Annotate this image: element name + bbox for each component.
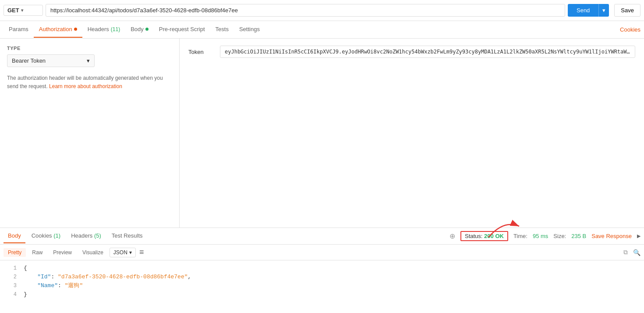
- code-area: 1 { 2 "Id": "d7a3a6ef-3520-4628-edfb-08d…: [0, 260, 644, 313]
- tab-params[interactable]: Params: [4, 21, 34, 38]
- format-bar: Pretty Raw Preview Visualize JSON ▾ ≡ ⧉ …: [0, 245, 644, 260]
- type-chevron-icon: ▾: [87, 57, 90, 64]
- code-line-3: 3 "Name": "遛狗": [0, 281, 644, 290]
- wrap-icon[interactable]: ≡: [139, 248, 144, 257]
- token-row: Token: [188, 46, 635, 58]
- size-label: Size:: [553, 233, 566, 239]
- response-section: Body Cookies (1) Headers (5) Test Result…: [0, 228, 644, 313]
- code-line-1: 1 {: [0, 264, 644, 273]
- resp-tab-body[interactable]: Body: [4, 229, 25, 243]
- send-button[interactable]: Send: [568, 4, 598, 17]
- send-dropdown-button[interactable]: ▾: [598, 4, 609, 17]
- status-area: ⊕ Status: 200 OK Time: 95 ms Size: 235 B…: [449, 231, 640, 241]
- url-bar: GET ▾ Send ▾ Save: [0, 0, 644, 21]
- cookies-link[interactable]: Cookies: [620, 26, 640, 33]
- token-label: Token: [188, 49, 215, 55]
- send-btn-group: Send ▾: [568, 4, 609, 17]
- save-button[interactable]: Save: [614, 4, 640, 17]
- request-tab-bar: Params Authorization Headers (11) Body P…: [0, 21, 644, 39]
- arrow-icon: ▶: [637, 233, 640, 239]
- tab-tests[interactable]: Tests: [210, 21, 234, 38]
- format-chevron-icon: ▾: [129, 249, 132, 256]
- type-label: TYPE: [7, 46, 172, 51]
- tab-body[interactable]: Body: [125, 21, 154, 38]
- format-select[interactable]: JSON ▾: [110, 248, 136, 257]
- main-content: TYPE Bearer Token ▾ The authorization he…: [0, 39, 644, 228]
- method-chevron-icon: ▾: [21, 8, 23, 13]
- auth-note: The authorization header will be automat…: [7, 74, 172, 91]
- tab-pre-request-script[interactable]: Pre-request Script: [154, 21, 210, 38]
- code-line-2: 2 "Id": "d7a3a6ef-3520-4628-edfb-08d86bf…: [0, 273, 644, 281]
- response-tab-bar: Body Cookies (1) Headers (5) Test Result…: [0, 228, 644, 245]
- save-response-link[interactable]: Save Response: [591, 233, 632, 239]
- type-value: Bearer Token: [12, 57, 46, 64]
- resp-tab-headers[interactable]: Headers (5): [67, 229, 106, 243]
- raw-button[interactable]: Raw: [28, 248, 47, 257]
- type-select[interactable]: Bearer Token ▾: [7, 54, 95, 67]
- pretty-button[interactable]: Pretty: [4, 248, 26, 257]
- status-text: Status:: [465, 233, 482, 239]
- resp-tab-test-results[interactable]: Test Results: [107, 229, 147, 243]
- copy-icon[interactable]: ⧉: [623, 249, 628, 256]
- headers-count: (11): [111, 26, 120, 32]
- resp-headers-count: (5): [94, 232, 101, 239]
- learn-more-link[interactable]: Learn more about authorization: [49, 83, 122, 89]
- url-input[interactable]: [46, 4, 565, 17]
- authorization-dot: [74, 28, 77, 31]
- method-label: GET: [7, 7, 19, 14]
- size-value: 235 B: [571, 233, 586, 239]
- preview-button[interactable]: Preview: [49, 248, 76, 257]
- auth-right-panel: Token: [180, 39, 644, 228]
- time-label: Time:: [513, 233, 527, 239]
- tab-headers[interactable]: Headers (11): [82, 21, 125, 38]
- body-dot: [145, 28, 149, 31]
- method-select[interactable]: GET ▾: [4, 5, 43, 16]
- status-code: 200 OK: [484, 233, 504, 239]
- format-label: JSON: [113, 249, 127, 256]
- resp-tab-cookies[interactable]: Cookies (1): [27, 229, 65, 243]
- code-line-4: 4 }: [0, 290, 644, 299]
- tab-authorization[interactable]: Authorization: [34, 21, 82, 38]
- tab-settings[interactable]: Settings: [234, 21, 265, 38]
- visualize-button[interactable]: Visualize: [78, 248, 108, 257]
- token-input[interactable]: [220, 46, 635, 58]
- search-icon[interactable]: 🔍: [633, 249, 640, 256]
- globe-icon: ⊕: [449, 232, 455, 240]
- time-value: 95 ms: [533, 233, 548, 239]
- status-badge: Status: 200 OK: [460, 231, 508, 241]
- auth-left-panel: TYPE Bearer Token ▾ The authorization he…: [0, 39, 180, 228]
- cookies-count: (1): [53, 232, 60, 239]
